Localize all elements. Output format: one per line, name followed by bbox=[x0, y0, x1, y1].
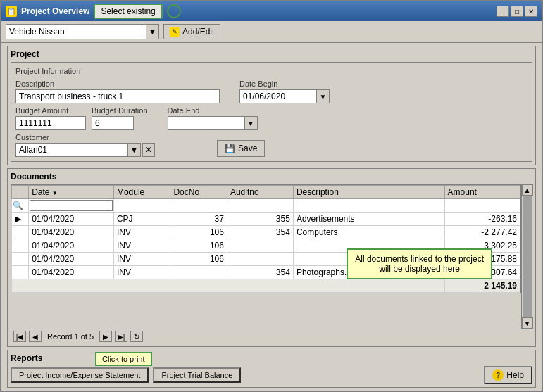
row-docno: 37 bbox=[170, 213, 227, 226]
row-date: 01/04/2020 bbox=[29, 239, 114, 253]
save-label: Save bbox=[238, 144, 257, 153]
form-row-1: Description Date Begin ▼ bbox=[15, 80, 528, 103]
save-icon: 💾 bbox=[225, 144, 235, 153]
income-expense-button[interactable]: Project Income/Expense Statement bbox=[11, 367, 149, 383]
documents-tooltip: All documents linked to the projectwill … bbox=[347, 248, 492, 279]
col-desc-header[interactable]: Description bbox=[293, 186, 444, 199]
date-filter-input[interactable] bbox=[30, 200, 113, 211]
row-date: 01/04/2020 bbox=[29, 253, 114, 266]
window-controls: _ □ ✕ bbox=[497, 6, 537, 17]
filter-desc[interactable] bbox=[293, 199, 444, 213]
description-group: Description bbox=[15, 80, 220, 103]
vehicle-input[interactable] bbox=[6, 24, 146, 39]
row-indicator-cell bbox=[12, 226, 29, 239]
customer-label: Customer bbox=[15, 133, 155, 141]
vehicle-dropdown-arrow[interactable]: ▼ bbox=[146, 24, 159, 39]
col-amount-header[interactable]: Amount bbox=[444, 186, 520, 199]
row-docno: 106 bbox=[170, 253, 227, 266]
row-desc: Computers bbox=[293, 226, 444, 239]
select-existing-button[interactable]: Select existing bbox=[94, 4, 162, 19]
row-docno bbox=[170, 266, 227, 279]
table-row[interactable]: ▶ 01/04/2020 CPJ 37 355 Advertisements -… bbox=[12, 213, 520, 226]
row-module: CPJ bbox=[113, 213, 170, 226]
maximize-button[interactable]: □ bbox=[511, 6, 523, 17]
vertical-scrollbar[interactable]: ▲ ▼ bbox=[521, 184, 532, 329]
nav-next-button[interactable]: ▶ bbox=[99, 331, 112, 342]
row-amount: -263.16 bbox=[444, 213, 520, 226]
row-module: INV bbox=[113, 266, 170, 279]
date-begin-arrow[interactable]: ▼ bbox=[317, 89, 330, 103]
total-label bbox=[12, 279, 445, 293]
scroll-thumb[interactable] bbox=[523, 196, 532, 317]
customer-group: Customer ▼ ✕ bbox=[15, 133, 155, 157]
col-docno-header[interactable]: DocNo bbox=[170, 186, 227, 199]
add-edit-button[interactable]: ✎ Add/Edit bbox=[163, 24, 220, 39]
minimize-button[interactable]: _ bbox=[497, 6, 509, 17]
date-sort-icon: ▼ bbox=[52, 190, 58, 196]
col-module-header[interactable]: Module bbox=[113, 186, 170, 199]
main-window: 📋 Project Overview Select existing _ □ ✕… bbox=[0, 0, 543, 392]
nav-prev-button[interactable]: ◀ bbox=[29, 331, 42, 342]
title-bar: 📋 Project Overview Select existing _ □ ✕ bbox=[1, 1, 542, 21]
filter-docno[interactable] bbox=[170, 199, 227, 213]
nav-first-button[interactable]: |◀ bbox=[13, 331, 26, 342]
help-button[interactable]: ? Help bbox=[484, 366, 532, 384]
customer-input[interactable] bbox=[15, 143, 128, 157]
nav-last-button[interactable]: ▶| bbox=[115, 331, 127, 342]
click-to-print-label: Click to print bbox=[95, 352, 152, 366]
trial-balance-button[interactable]: Project Trial Balance bbox=[153, 367, 241, 383]
window-title: Project Overview bbox=[21, 6, 89, 16]
table-scroll[interactable]: Date ▼ Module DocNo Auditno Description … bbox=[11, 184, 521, 329]
description-input[interactable] bbox=[15, 89, 220, 103]
col-date-header[interactable]: Date ▼ bbox=[29, 186, 114, 199]
date-begin-field: ▼ bbox=[239, 89, 330, 103]
row-auditno bbox=[227, 239, 293, 253]
nav-refresh-button[interactable]: ↻ bbox=[130, 331, 143, 342]
table-wrapper: Date ▼ Module DocNo Auditno Description … bbox=[11, 184, 532, 329]
filter-amount[interactable] bbox=[444, 199, 520, 213]
date-end-input[interactable] bbox=[168, 116, 245, 130]
help-label: Help bbox=[506, 370, 524, 380]
title-bar-left: 📋 Project Overview Select existing bbox=[6, 4, 181, 19]
date-begin-input[interactable] bbox=[239, 89, 317, 103]
reports-header: Reports Click to print bbox=[11, 353, 532, 363]
date-end-arrow[interactable]: ▼ bbox=[245, 116, 258, 130]
scroll-up-button[interactable]: ▲ bbox=[522, 184, 533, 196]
budget-amount-group: Budget Amount bbox=[15, 106, 86, 130]
add-edit-icon: ✎ bbox=[170, 27, 180, 37]
customer-dropdown-arrow[interactable]: ▼ bbox=[128, 143, 141, 157]
row-indicator-cell bbox=[12, 266, 29, 279]
filter-module[interactable] bbox=[113, 199, 170, 213]
project-info-title: Project Information bbox=[15, 67, 528, 75]
row-indicator-cell bbox=[12, 239, 29, 253]
budget-duration-group: Budget Duration bbox=[92, 106, 148, 130]
filter-auditno[interactable] bbox=[227, 199, 293, 213]
loading-indicator bbox=[167, 4, 181, 18]
row-auditno: 355 bbox=[227, 213, 293, 226]
date-end-field: ▼ bbox=[168, 116, 258, 130]
filter-date[interactable] bbox=[29, 199, 114, 213]
col-auditno-header[interactable]: Auditno bbox=[227, 186, 293, 199]
row-date: 01/04/2020 bbox=[29, 266, 114, 279]
add-edit-label: Add/Edit bbox=[182, 27, 214, 37]
row-module: INV bbox=[113, 239, 170, 253]
project-section: Project Project Information Description … bbox=[7, 46, 536, 165]
customer-clear-button[interactable]: ✕ bbox=[142, 143, 155, 157]
close-button[interactable]: ✕ bbox=[525, 6, 537, 17]
documents-section: Documents Date ▼ Module DocNo Auditno bbox=[7, 168, 536, 347]
project-section-title: Project bbox=[11, 49, 532, 59]
row-auditno bbox=[227, 253, 293, 266]
row-date: 01/04/2020 bbox=[29, 226, 114, 239]
budget-amount-input[interactable] bbox=[15, 116, 86, 130]
date-begin-group: Date Begin ▼ bbox=[239, 80, 330, 103]
table-row[interactable]: 01/04/2020 INV 106 354 Computers -2 277.… bbox=[12, 226, 520, 239]
customer-row: Customer ▼ ✕ 💾 Save bbox=[15, 133, 528, 157]
customer-field: ▼ ✕ bbox=[15, 143, 155, 157]
reports-title: Reports bbox=[11, 353, 42, 363]
save-button[interactable]: 💾 Save bbox=[217, 140, 265, 157]
row-auditno: 354 bbox=[227, 226, 293, 239]
app-icon: 📋 bbox=[6, 6, 17, 17]
row-module: INV bbox=[113, 226, 170, 239]
scroll-down-button[interactable]: ▼ bbox=[522, 317, 533, 329]
budget-duration-input[interactable] bbox=[92, 116, 134, 130]
